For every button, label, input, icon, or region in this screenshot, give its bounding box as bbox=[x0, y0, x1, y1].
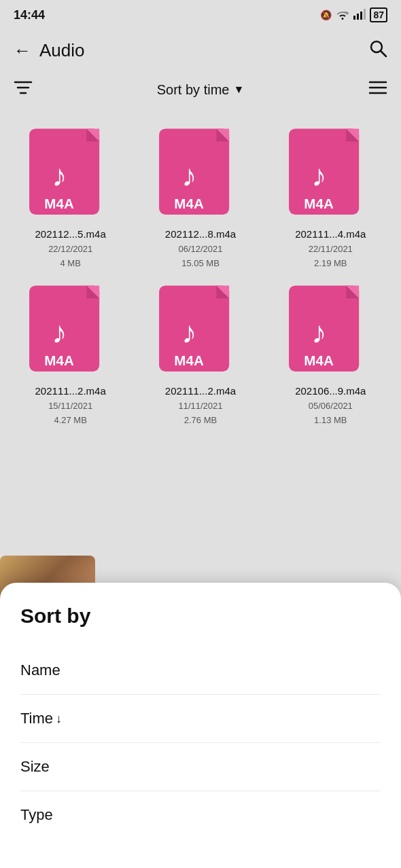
status-bar: 14:44 🔕 87 bbox=[0, 0, 401, 30]
mute-icon: 🔕 bbox=[320, 10, 332, 20]
signal-icon bbox=[353, 9, 366, 22]
file-icon: M4A ♪ bbox=[283, 279, 378, 381]
file-size: 4 MB bbox=[60, 258, 80, 268]
filter-button[interactable] bbox=[14, 78, 33, 101]
file-icon: M4A ♪ bbox=[153, 122, 248, 224]
search-button[interactable] bbox=[368, 39, 387, 62]
file-icon: M4A ♪ bbox=[153, 279, 248, 381]
sort-option-label: Time bbox=[20, 710, 53, 727]
file-size: 2.76 MB bbox=[184, 415, 217, 425]
top-bar: ← Audio bbox=[0, 30, 401, 71]
file-icon: M4A ♪ bbox=[23, 122, 118, 224]
file-icon: M4A ♪ bbox=[283, 122, 378, 224]
file-size: 15.05 MB bbox=[181, 258, 220, 268]
svg-text:M4A: M4A bbox=[304, 352, 334, 368]
sort-chevron-icon: ▼ bbox=[233, 84, 244, 96]
svg-point-4 bbox=[371, 41, 382, 52]
file-date: 15/11/2021 bbox=[48, 401, 92, 411]
sort-button[interactable]: Sort by time ▼ bbox=[157, 82, 245, 98]
svg-rect-0 bbox=[353, 16, 355, 20]
sort-option-label: Name bbox=[20, 662, 60, 679]
status-icons: 🔕 87 bbox=[320, 7, 387, 22]
sort-options-list: NameTime ↓SizeType bbox=[20, 647, 381, 839]
file-item[interactable]: M4A ♪ 202111...2.m4a 11/11/2021 2.76 MB bbox=[141, 279, 260, 425]
sort-option-label: Type bbox=[20, 806, 53, 824]
sort-dialog: Sort by NameTime ↓SizeType bbox=[0, 583, 401, 868]
file-grid: M4A ♪ 202112...5.m4a 22/12/2021 4 MB M4A… bbox=[0, 109, 401, 439]
file-item[interactable]: M4A ♪ 202111...4.m4a 22/11/2021 2.19 MB bbox=[271, 122, 390, 268]
svg-rect-2 bbox=[360, 12, 362, 20]
file-size: 4.27 MB bbox=[54, 415, 86, 425]
file-size: 1.13 MB bbox=[314, 415, 347, 425]
svg-text:♪: ♪ bbox=[52, 315, 67, 350]
battery-indicator: 87 bbox=[370, 7, 387, 22]
status-time: 14:44 bbox=[14, 8, 45, 22]
file-date: 05/06/2021 bbox=[309, 401, 353, 411]
file-date: 22/12/2021 bbox=[48, 244, 92, 254]
back-button[interactable]: ← bbox=[14, 40, 31, 61]
toolbar: Sort by time ▼ bbox=[0, 71, 401, 109]
svg-text:M4A: M4A bbox=[44, 196, 74, 211]
svg-rect-1 bbox=[357, 14, 359, 20]
sort-option-size[interactable]: Size bbox=[20, 743, 381, 791]
svg-rect-3 bbox=[364, 9, 366, 20]
sort-dialog-title: Sort by bbox=[20, 604, 381, 628]
file-name: 202111...2.m4a bbox=[165, 385, 236, 397]
file-item[interactable]: M4A ♪ 202112...5.m4a 22/12/2021 4 MB bbox=[11, 122, 130, 268]
svg-text:M4A: M4A bbox=[174, 352, 204, 368]
file-name: 202112...5.m4a bbox=[35, 228, 106, 240]
file-name: 202112...8.m4a bbox=[165, 228, 236, 240]
svg-text:♪: ♪ bbox=[311, 158, 327, 193]
file-name: 202111...2.m4a bbox=[35, 385, 106, 397]
sort-label: Sort by time bbox=[157, 82, 230, 98]
file-name: 202106...9.m4a bbox=[295, 385, 366, 397]
sort-option-name[interactable]: Name bbox=[20, 647, 381, 695]
svg-text:M4A: M4A bbox=[44, 352, 74, 368]
wifi-icon bbox=[336, 9, 349, 22]
svg-text:♪: ♪ bbox=[52, 158, 67, 193]
file-item[interactable]: M4A ♪ 202112...8.m4a 06/12/2021 15.05 MB bbox=[141, 122, 260, 268]
page-title: Audio bbox=[39, 40, 85, 61]
sort-option-label: Size bbox=[20, 758, 50, 776]
file-date: 11/11/2021 bbox=[178, 401, 222, 411]
file-date: 06/12/2021 bbox=[178, 244, 222, 254]
file-item[interactable]: M4A ♪ 202106...9.m4a 05/06/2021 1.13 MB bbox=[271, 279, 390, 425]
list-view-button[interactable] bbox=[368, 80, 387, 99]
file-name: 202111...4.m4a bbox=[295, 228, 366, 240]
svg-text:M4A: M4A bbox=[174, 196, 204, 211]
svg-text:♪: ♪ bbox=[181, 315, 197, 350]
file-date: 22/11/2021 bbox=[309, 244, 353, 254]
file-item[interactable]: M4A ♪ 202111...2.m4a 15/11/2021 4.27 MB bbox=[11, 279, 130, 425]
file-size: 2.19 MB bbox=[314, 258, 347, 268]
sort-option-type[interactable]: Type bbox=[20, 791, 381, 839]
sort-option-time[interactable]: Time ↓ bbox=[20, 695, 381, 743]
svg-text:♪: ♪ bbox=[311, 315, 327, 350]
svg-text:♪: ♪ bbox=[181, 158, 197, 193]
sort-option-arrow: ↓ bbox=[56, 712, 62, 726]
file-icon: M4A ♪ bbox=[23, 279, 118, 381]
top-bar-left: ← Audio bbox=[14, 40, 85, 61]
svg-line-5 bbox=[381, 51, 387, 56]
svg-text:M4A: M4A bbox=[304, 196, 334, 211]
